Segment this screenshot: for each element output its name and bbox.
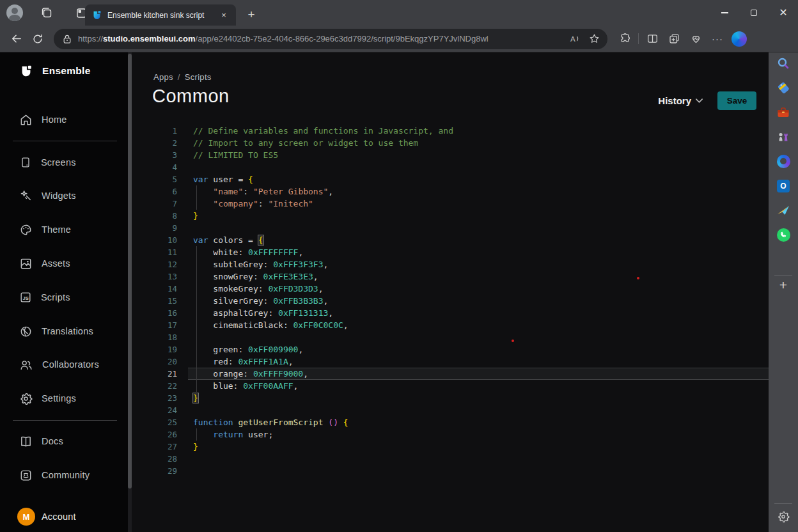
code-line[interactable]: 17 cinematicBlack: 0xFF0C0C0C, (132, 319, 769, 331)
code-line-content[interactable]: cinematicBlack: 0xFF0C0C0C, (188, 319, 769, 331)
favorite-star-icon[interactable] (584, 30, 604, 48)
back-icon[interactable] (5, 28, 27, 50)
code-line[interactable]: 24 (132, 404, 769, 416)
code-line[interactable]: 20 red: 0xFFFF1A1A, (132, 356, 769, 368)
history-dropdown[interactable]: History (658, 95, 703, 106)
code-line-content[interactable]: "name": "Peter Gibbons", (188, 185, 769, 198)
code-line-content[interactable]: "company": "Initech" (188, 198, 769, 210)
code-line-content[interactable]: smokeGrey: 0xFFD3D3D3, (188, 283, 769, 295)
code-line-content[interactable]: // Define variables and functions in Jav… (188, 125, 769, 137)
sidebar-item-community[interactable]: Community (0, 465, 128, 485)
code-line-content[interactable]: return user; (188, 428, 769, 441)
code-line-content[interactable]: red: 0xFFFF1A1A, (188, 356, 769, 368)
code-line[interactable]: 1// Define variables and functions in Ja… (132, 125, 769, 137)
games-icon[interactable] (776, 129, 791, 145)
sidebar-item-settings[interactable]: Settings (0, 389, 128, 408)
code-line[interactable]: 15 silverGrey: 0xFFB3B3B3, (132, 295, 769, 307)
search-icon[interactable] (776, 56, 791, 71)
split-screen-icon[interactable] (641, 28, 663, 50)
add-sidebar-item-icon[interactable]: + (776, 278, 791, 293)
code-line[interactable]: 3// LIMITED TO ES5 (132, 149, 769, 161)
code-line[interactable]: 12 subtleGrey: 0xFFF3F3F3, (132, 258, 769, 270)
sidebar-item-screens[interactable]: Screens (0, 153, 128, 172)
code-line-content[interactable]: blue: 0xFF00AAFF, (188, 380, 769, 392)
code-line-content[interactable] (188, 465, 769, 477)
url-text[interactable]: https://studio.ensembleui.com/app/e24402… (78, 34, 565, 43)
collections-icon[interactable] (663, 28, 685, 50)
code-line[interactable]: 18 (132, 331, 769, 343)
code-line[interactable]: 19 green: 0xFF009900, (132, 343, 769, 356)
sidebar-item-scripts[interactable]: JS Scripts (0, 288, 128, 307)
code-line[interactable]: 7 "company": "Initech" (132, 198, 769, 210)
browser-tab[interactable]: Ensemble kitchen sink script × (85, 4, 236, 26)
code-editor[interactable]: 1// Define variables and functions in Ja… (132, 125, 769, 477)
whatsapp-icon[interactable] (776, 227, 791, 242)
browser-essentials-icon[interactable] (685, 28, 707, 50)
code-line[interactable]: 10var colors = { (132, 234, 769, 246)
code-line[interactable]: 14 smokeGrey: 0xFFD3D3D3, (132, 283, 769, 295)
code-line-content[interactable]: snowGrey: 0xFFE3E3E3, (188, 270, 769, 283)
breadcrumb-scripts[interactable]: Scripts (185, 72, 212, 82)
code-line-content[interactable]: } (188, 392, 769, 404)
code-line[interactable]: 8} (132, 210, 769, 222)
sidebar-item-docs[interactable]: Docs (0, 432, 128, 451)
code-line-content[interactable]: orange: 0xFFFF9000, (188, 368, 769, 380)
code-line[interactable]: 27} (132, 441, 769, 453)
microsoft-365-icon[interactable] (776, 153, 791, 169)
code-line[interactable]: 5var user = { (132, 173, 769, 185)
code-line-content[interactable]: } (188, 441, 769, 453)
sidebar-item-home[interactable]: Home (0, 110, 128, 129)
outlook-icon[interactable]: O (776, 178, 791, 194)
code-line[interactable]: 29 (132, 465, 769, 477)
toolbox-icon[interactable] (776, 105, 791, 120)
code-line[interactable]: 16 asphaltGrey: 0xFF131313, (132, 307, 769, 319)
code-line[interactable]: 25function getUserFromScript () { (132, 416, 769, 428)
code-line-content[interactable]: white: 0xFFFFFFFF, (188, 246, 769, 258)
window-minimize-button[interactable] (710, 0, 739, 26)
code-line-content[interactable] (188, 222, 769, 234)
code-line-content[interactable]: } (188, 210, 769, 222)
more-icon[interactable]: ··· (707, 28, 728, 50)
sidebar-settings-icon[interactable] (776, 509, 791, 524)
window-maximize-button[interactable] (739, 0, 769, 26)
code-line-content[interactable] (188, 453, 769, 465)
sidebar-item-collaborators[interactable]: Collaborators (0, 355, 128, 374)
save-button[interactable]: Save (717, 91, 756, 110)
sidebar-item-translations[interactable]: Translations (0, 322, 128, 341)
shopping-icon[interactable] (776, 80, 791, 95)
new-tab-button[interactable]: + (243, 6, 260, 23)
code-line-content[interactable]: // Import to any screen or widget to use… (188, 137, 769, 149)
copilot-icon[interactable] (728, 28, 750, 50)
code-line-content[interactable] (188, 331, 769, 343)
refresh-icon[interactable] (27, 28, 49, 50)
code-line-content[interactable]: subtleGrey: 0xFFF3F3F3, (188, 258, 769, 270)
sidebar-item-assets[interactable]: Assets (0, 254, 128, 273)
code-line-content[interactable]: green: 0xFF009900, (188, 343, 769, 356)
code-line[interactable]: 4 (132, 161, 769, 173)
code-line[interactable]: 21 orange: 0xFFFF9000, (132, 368, 769, 380)
code-line-content[interactable]: silverGrey: 0xFFB3B3B3, (188, 295, 769, 307)
sidebar-item-widgets[interactable]: Widgets (0, 186, 128, 205)
code-line[interactable]: 13 snowGrey: 0xFFE3E3E3, (132, 270, 769, 283)
designer-icon[interactable] (776, 203, 791, 218)
code-line-content[interactable]: var colors = { (188, 234, 769, 246)
code-line-content[interactable]: function getUserFromScript () { (188, 416, 769, 428)
code-line-content[interactable] (188, 404, 769, 416)
url-bar[interactable]: https://studio.ensembleui.com/app/e24402… (54, 29, 607, 49)
code-line-content[interactable]: // LIMITED TO ES5 (188, 149, 769, 161)
code-line[interactable]: 28 (132, 453, 769, 465)
code-line[interactable]: 23} (132, 392, 769, 404)
code-line[interactable]: 9 (132, 222, 769, 234)
extensions-icon[interactable] (614, 28, 636, 50)
code-line[interactable]: 11 white: 0xFFFFFFFF, (132, 246, 769, 258)
code-line[interactable]: 6 "name": "Peter Gibbons", (132, 185, 769, 198)
code-line-content[interactable]: asphaltGrey: 0xFF131313, (188, 307, 769, 319)
code-line[interactable]: 26 return user; (132, 428, 769, 441)
profile-avatar[interactable] (6, 4, 23, 21)
sidebar-item-account[interactable]: M Account (0, 507, 128, 526)
code-line-content[interactable]: var user = { (188, 173, 769, 185)
code-line[interactable]: 2// Import to any screen or widget to us… (132, 137, 769, 149)
code-line-content[interactable] (188, 161, 769, 173)
workspaces-icon[interactable] (36, 2, 58, 24)
code-line[interactable]: 22 blue: 0xFF00AAFF, (132, 380, 769, 392)
